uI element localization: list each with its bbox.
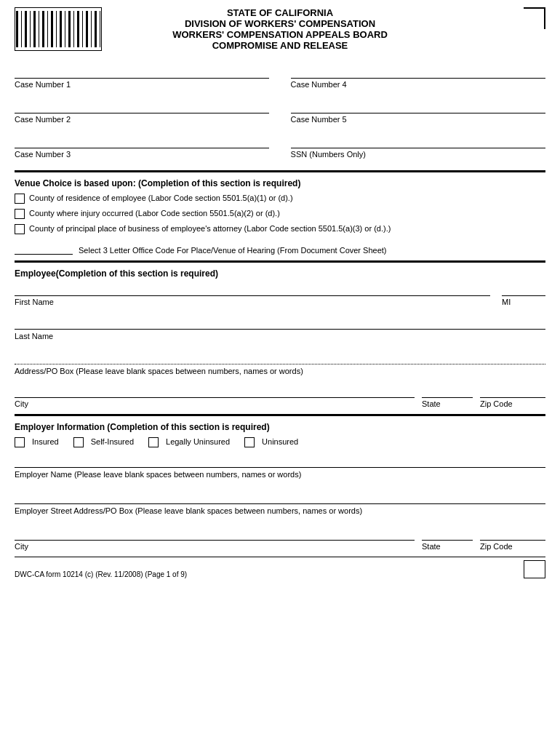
zip-field: Zip Code	[480, 385, 545, 408]
city-field: City	[15, 385, 415, 408]
venue-option-1-label: County of residence of employee (Labor C…	[29, 193, 293, 203]
case-row-1: Case Number 1 Case Number 4	[15, 65, 545, 89]
employer-address-row: Employer Street Address/PO Box (Please l…	[15, 491, 545, 516]
employer-city-input-line[interactable]	[15, 527, 415, 541]
self-insured-label: Self-Insured	[91, 437, 134, 447]
venue-checkbox-3[interactable]	[15, 224, 25, 234]
address-label: Address/PO Box (Please leave blank space…	[15, 367, 303, 375]
venue-section: Venue Choice is based upon: (Completion …	[15, 178, 545, 234]
footer-box	[524, 560, 545, 578]
case-row-2: Case Number 2 Case Number 5	[15, 100, 545, 124]
page-header: STATE OF CALIFORNIA DIVISION OF WORKERS'…	[15, 7, 545, 51]
last-name-input-line[interactable]	[15, 316, 545, 330]
employer-name-label: Employer Name (Please leave blank spaces…	[15, 470, 301, 479]
case1-input-line[interactable]	[15, 65, 269, 79]
venue-option-3-row[interactable]: County of principal place of business of…	[15, 223, 545, 234]
venue-option-3-label: County of principal place of business of…	[29, 223, 391, 234]
mi-label: MI	[502, 298, 545, 306]
address-input-line[interactable]	[15, 351, 545, 364]
title-line3: WORKERS' COMPENSATION APPEALS BOARD	[172, 29, 388, 40]
barcode	[15, 7, 102, 51]
insured-checkbox[interactable]	[15, 437, 25, 447]
office-code-label: Select 3 Letter Office Code For Place/Ve…	[79, 246, 387, 255]
corner-mark	[524, 7, 545, 29]
office-code-row: Select 3 Letter Office Code For Place/Ve…	[15, 242, 545, 255]
footer-text: DWC-CA form 10214 (c) (Rev. 11/2008) (Pa…	[15, 570, 187, 578]
self-insured-option[interactable]: Self-Insured	[73, 437, 134, 447]
case-field-3: Case Number 3	[15, 135, 269, 159]
office-code-input-line[interactable]	[15, 242, 73, 255]
page-container: STATE OF CALIFORNIA DIVISION OF WORKERS'…	[15, 7, 545, 578]
employer-address-label: Employer Street Address/PO Box (Please l…	[15, 506, 362, 515]
venue-title: Venue Choice is based upon: (Completion …	[15, 178, 545, 188]
case4-label: Case Number 4	[291, 80, 545, 89]
legally-uninsured-checkbox[interactable]	[148, 437, 159, 447]
case-row-3: Case Number 3 SSN (Numbers Only)	[15, 135, 545, 159]
title-line1: STATE OF CALIFORNIA	[172, 7, 388, 18]
venue-checkbox-2[interactable]	[15, 209, 25, 219]
ssn-label: SSN (Numbers Only)	[291, 150, 545, 159]
case-numbers-section: Case Number 1 Case Number 4 Case Number …	[15, 65, 545, 159]
ssn-input-line[interactable]	[291, 135, 545, 148]
state-input-line[interactable]	[422, 385, 473, 398]
state-field: State	[422, 385, 473, 408]
employer-city-field: City	[15, 527, 415, 551]
case-field-5: Case Number 5	[291, 100, 545, 124]
mi-input-line[interactable]	[502, 283, 545, 296]
insured-option[interactable]: Insured	[15, 437, 59, 447]
employer-state-field: State	[422, 527, 473, 551]
uninsured-checkbox[interactable]	[244, 437, 255, 447]
section-divider-3	[15, 414, 545, 416]
mi-field: MI	[502, 283, 545, 306]
case2-input-line[interactable]	[15, 100, 269, 113]
employer-zip-input-line[interactable]	[480, 527, 545, 541]
case5-label: Case Number 5	[291, 115, 545, 124]
section-divider-1	[15, 170, 545, 172]
insurance-checkboxes-row: Insured Self-Insured Legally Uninsured U…	[15, 437, 545, 447]
first-name-field: First Name	[15, 283, 490, 306]
case3-input-line[interactable]	[15, 135, 269, 148]
zip-input-line[interactable]	[480, 385, 545, 398]
case3-label: Case Number 3	[15, 150, 269, 159]
title-line4: COMPROMISE AND RELEASE	[172, 40, 388, 51]
case4-input-line[interactable]	[291, 65, 545, 79]
zip-label: Zip Code	[480, 399, 545, 408]
case-field-2: Case Number 2	[15, 100, 269, 124]
first-name-input-line[interactable]	[15, 283, 490, 296]
case1-label: Case Number 1	[15, 80, 269, 89]
venue-option-2-row[interactable]: County where injury occurred (Labor Code…	[15, 208, 545, 219]
venue-checkbox-1[interactable]	[15, 194, 25, 204]
case5-input-line[interactable]	[291, 100, 545, 113]
self-insured-checkbox[interactable]	[73, 437, 84, 447]
employer-zip-field: Zip Code	[480, 527, 545, 551]
employer-zip-label: Zip Code	[480, 542, 545, 551]
last-name-label: Last Name	[15, 332, 53, 340]
title-line2: DIVISION OF WORKERS' COMPENSATION	[172, 18, 388, 29]
first-name-label: First Name	[15, 298, 490, 306]
city-input-line[interactable]	[15, 385, 415, 398]
city-state-zip-row: City State Zip Code	[15, 385, 545, 408]
venue-option-1-row[interactable]: County of residence of employee (Labor C…	[15, 193, 545, 204]
insured-label: Insured	[32, 437, 59, 447]
employer-name-row: Employer Name (Please leave blank spaces…	[15, 455, 545, 479]
employer-section-title: Employer Information (Completion of this…	[15, 422, 545, 432]
uninsured-option[interactable]: Uninsured	[244, 437, 298, 447]
barcode-image	[16, 11, 100, 47]
employer-address-input-line[interactable]	[15, 491, 545, 504]
legally-uninsured-option[interactable]: Legally Uninsured	[148, 437, 230, 447]
employer-city-label: City	[15, 542, 415, 551]
employer-fields: Employer Name (Please leave blank spaces…	[15, 455, 545, 516]
city-label: City	[15, 399, 415, 408]
employer-section: Employer Information (Completion of this…	[15, 422, 545, 551]
page-footer: DWC-CA form 10214 (c) (Rev. 11/2008) (Pa…	[15, 557, 545, 578]
case-field-ssn: SSN (Numbers Only)	[291, 135, 545, 159]
legally-uninsured-label: Legally Uninsured	[166, 437, 230, 447]
case2-label: Case Number 2	[15, 115, 269, 124]
address-field: Address/PO Box (Please leave blank space…	[15, 351, 545, 376]
employer-state-input-line[interactable]	[422, 527, 473, 541]
uninsured-label: Uninsured	[262, 437, 298, 447]
header-text: STATE OF CALIFORNIA DIVISION OF WORKERS'…	[172, 7, 388, 51]
case-field-1: Case Number 1	[15, 65, 269, 89]
employer-name-input-line[interactable]	[15, 455, 545, 468]
employee-section: Employee(Completion of this section is r…	[15, 268, 545, 408]
